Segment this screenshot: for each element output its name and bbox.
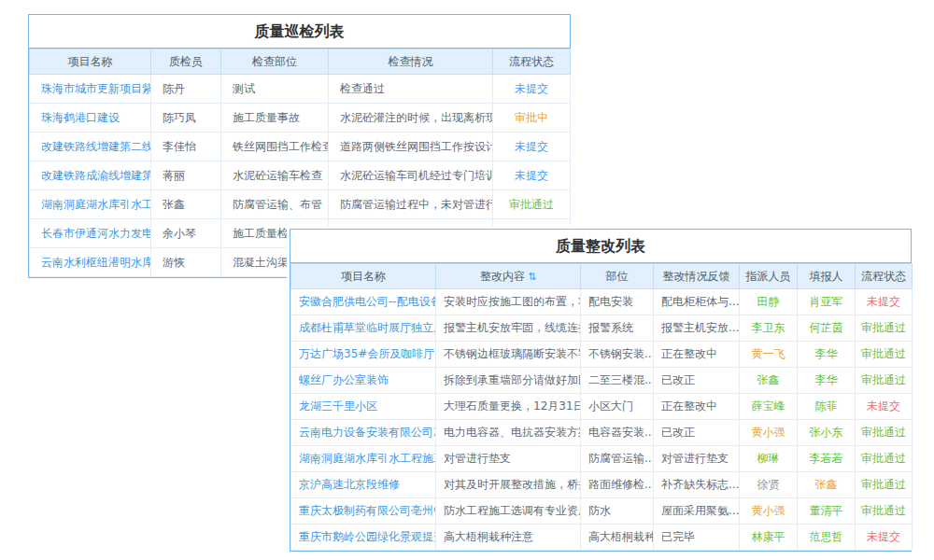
- rectify-table-row: 云南电力设备安装有限公司20... 电力电容器、电抗器安装方案... 电容器安装…: [291, 420, 913, 446]
- status-badge-cell: 审批通过: [856, 446, 913, 472]
- part-cell: 施工质量事故: [221, 104, 329, 133]
- inspection-table-row: 珠海市城市更新项目紫... 陈丹 测试 检查通过 未提交: [30, 75, 571, 104]
- project-link-cell[interactable]: 安徽合肥供电公司--配电设备...: [291, 289, 436, 315]
- inspection-table-title: 质量巡检列表: [29, 15, 570, 49]
- inspection-table-row: 珠海鹤港口建设 陈巧凤 施工质量事故 水泥砼灌注的时候，出现离析现象 审批中: [30, 104, 571, 133]
- part-cell: 防腐管运输...: [581, 446, 654, 472]
- status-badge-cell: 未提交: [856, 525, 913, 551]
- col-header-reporter: 填报人: [798, 264, 856, 289]
- feedback-cell: 对管进行垫支: [654, 446, 740, 472]
- part-cell: 测试: [221, 75, 329, 104]
- assignee-cell: 田静: [740, 289, 798, 315]
- assignee-cell: 张鑫: [740, 368, 798, 394]
- assignee-cell: 柳琳: [740, 446, 798, 472]
- rectify-table-row: 湖南洞庭湖水库引水工程施工1... 对管进行垫支 防腐管运输... 对管进行垫支…: [291, 446, 913, 472]
- rectify-table-row: 重庆太极制药有限公司亳州中... 防水工程施工选调有专业资质... 防水 屋面采…: [291, 498, 913, 525]
- project-link-cell[interactable]: 重庆太极制药有限公司亳州中...: [291, 498, 436, 525]
- assignee-cell: 薛宝峰: [740, 394, 798, 420]
- feedback-cell: 配电柜柜体与...: [654, 289, 740, 315]
- project-link-cell[interactable]: 万达广场35#会所及咖啡厅空...: [291, 342, 436, 368]
- col-header-part: 部位: [581, 264, 654, 289]
- reporter-cell: 张鑫: [798, 472, 856, 498]
- rectify-table-row: 龙湖三千里小区 大理石质量更换，12月31日之... 小区大门 正在整改中 薛宝…: [291, 394, 913, 420]
- reporter-cell: 陈菲: [798, 394, 856, 420]
- part-cell: 二至三楼混...: [581, 368, 654, 394]
- feedback-cell: 正在整改中: [654, 394, 740, 420]
- feedback-cell: 正在整改中: [654, 342, 740, 368]
- content-cell: 高大梧桐栽种注意: [436, 525, 581, 551]
- situation-cell: 道路两侧铁丝网围挡工作按设计...: [329, 133, 493, 161]
- status-badge-cell: 审批通过: [856, 498, 913, 525]
- status-badge-cell: 未提交: [493, 133, 571, 161]
- status-badge-cell: 审批中: [493, 104, 571, 133]
- part-cell: 电容器安装...: [581, 420, 654, 446]
- rectify-table-row: 万达广场35#会所及咖啡厅空... 不锈钢边框玻璃隔断安装不牢... 不锈钢安装…: [291, 342, 913, 368]
- status-badge-cell: 审批通过: [856, 420, 913, 446]
- feedback-cell: 报警主机安放...: [654, 315, 740, 342]
- col-header-content[interactable]: 整改内容⇅: [436, 264, 581, 289]
- rectify-table-row: 螺丝厂办公室装饰 拆除到承重墙部分请做好加固... 二至三楼混... 已改正 张…: [291, 368, 913, 394]
- project-link-cell[interactable]: 螺丝厂办公室装饰: [291, 368, 436, 394]
- content-cell: 拆除到承重墙部分请做好加固...: [436, 368, 581, 394]
- reporter-cell: 范思哲: [798, 525, 856, 551]
- inspection-table-row: 湖南洞庭湖水库引水工... 张鑫 防腐管运输、布管 防腐管运输过程中，未对管进行…: [30, 190, 571, 219]
- situation-cell: 水泥砼灌注的时候，出现离析现象: [329, 104, 493, 133]
- sort-icon[interactable]: ⇅: [528, 271, 536, 283]
- status-badge-cell: 审批通过: [493, 190, 571, 219]
- content-cell: 防水工程施工选调有专业资质...: [436, 498, 581, 525]
- project-link-cell[interactable]: 云南电力设备安装有限公司20...: [291, 420, 436, 446]
- col-header-assignee: 指派人员: [740, 264, 798, 289]
- part-cell: 配电安装: [581, 289, 654, 315]
- status-badge-cell: 未提交: [493, 161, 571, 190]
- assignee-cell: 徐贤: [740, 472, 798, 498]
- rectify-header-row: 项目名称 整改内容⇅ 部位 整改情况反馈 指派人员 填报人 流程状态: [291, 264, 913, 289]
- project-link-cell[interactable]: 重庆市鹅岭公园绿化景观提升...: [291, 525, 436, 551]
- assignee-cell: 林康平: [740, 525, 798, 551]
- rectify-table-row: 成都杜甫草堂临时展厅独立展... 报警主机安放牢固，线缆连接... 报警系统 报…: [291, 315, 913, 342]
- reporter-cell: 张小东: [798, 420, 856, 446]
- content-cell: 大理石质量更换，12月31日之...: [436, 394, 581, 420]
- project-link-cell[interactable]: 长春市伊通河水力发电...: [30, 219, 151, 248]
- col-header-feedback: 整改情况反馈: [654, 264, 740, 289]
- col-header-status: 流程状态: [493, 49, 571, 75]
- part-cell: 不锈钢安装...: [581, 342, 654, 368]
- project-link-cell[interactable]: 珠海市城市更新项目紫...: [30, 75, 151, 104]
- project-link-cell[interactable]: 云南水利枢纽潜明水库...: [30, 248, 151, 277]
- status-badge-cell: 审批通过: [856, 315, 913, 342]
- feedback-cell: 已完毕: [654, 525, 740, 551]
- reporter-cell: 董清平: [798, 498, 856, 525]
- inspector-cell: 李佳怡: [151, 133, 221, 161]
- assignee-cell: 黄一飞: [740, 342, 798, 368]
- part-cell: 防腐管运输、布管: [221, 190, 329, 219]
- inspector-cell: 陈巧凤: [151, 104, 221, 133]
- col-header-project: 项目名称: [30, 49, 151, 75]
- inspector-cell: 游恢: [151, 248, 221, 277]
- status-badge-cell: 审批通过: [856, 472, 913, 498]
- reporter-cell: 肖亚军: [798, 289, 856, 315]
- situation-cell: 水泥砼运输车司机经过专门培训...: [329, 161, 493, 190]
- project-link-cell[interactable]: 湖南洞庭湖水库引水工程施工1...: [291, 446, 436, 472]
- project-link-cell[interactable]: 改建铁路成渝线增建第...: [30, 161, 151, 190]
- assignee-cell: 李卫东: [740, 315, 798, 342]
- project-link-cell[interactable]: 改建铁路线增建第二线...: [30, 133, 151, 161]
- inspection-header-row: 项目名称 质检员 检查部位 检查情况 流程状态: [30, 49, 571, 75]
- inspection-table-row: 改建铁路线增建第二线... 李佳怡 铁丝网围挡工作检查 道路两侧铁丝网围挡工作按…: [30, 133, 571, 161]
- project-link-cell[interactable]: 成都杜甫草堂临时展厅独立展...: [291, 315, 436, 342]
- feedback-cell: 已改正: [654, 368, 740, 394]
- rectify-table-row: 重庆市鹅岭公园绿化景观提升... 高大梧桐栽种注意 高大梧桐栽种 已完毕 林康平…: [291, 525, 913, 551]
- project-link-cell[interactable]: 京沪高速北京段维修: [291, 472, 436, 498]
- feedback-cell: 已改正: [654, 420, 740, 446]
- part-cell: 铁丝网围挡工作检查: [221, 133, 329, 161]
- content-cell: 电力电容器、电抗器安装方案...: [436, 420, 581, 446]
- rectify-table: 项目名称 整改内容⇅ 部位 整改情况反馈 指派人员 填报人 流程状态 安徽合肥供…: [290, 263, 913, 551]
- part-cell: 路面维修检...: [581, 472, 654, 498]
- project-link-cell[interactable]: 湖南洞庭湖水库引水工...: [30, 190, 151, 219]
- inspector-cell: 蒋丽: [151, 161, 221, 190]
- rectify-table-row: 京沪高速北京段维修 对其及时开展整改措施，桥头... 路面维修检... 补齐缺失…: [291, 472, 913, 498]
- project-link-cell[interactable]: 龙湖三千里小区: [291, 394, 436, 420]
- part-cell: 水泥砼运输车检查: [221, 161, 329, 190]
- content-cell: 对管进行垫支: [436, 446, 581, 472]
- inspection-table-row: 改建铁路成渝线增建第... 蒋丽 水泥砼运输车检查 水泥砼运输车司机经过专门培训…: [30, 161, 571, 190]
- project-link-cell[interactable]: 珠海鹤港口建设: [30, 104, 151, 133]
- part-cell: 小区大门: [581, 394, 654, 420]
